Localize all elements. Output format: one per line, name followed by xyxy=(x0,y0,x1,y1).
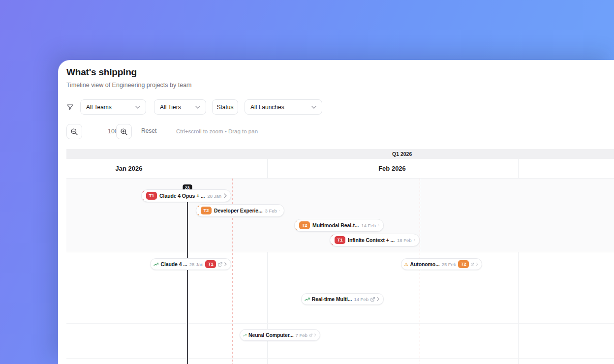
chevron-right-icon xyxy=(279,208,280,213)
launches-filter-dropdown[interactable]: All Launches xyxy=(245,99,322,115)
launch-title: Claude 4 ... xyxy=(160,261,187,267)
tier-badge: T1 xyxy=(205,260,216,268)
chevron-right-icon xyxy=(224,262,227,267)
timeline-view[interactable]: Q1 2026 Jan 2026 Feb 2026 23 T1 Claude 4… xyxy=(66,149,614,364)
project-title: Claude 4 Opus + ... xyxy=(159,193,205,199)
teams-filter-dropdown[interactable]: All Teams xyxy=(80,99,146,115)
funnel-icon xyxy=(66,103,74,113)
launch-item-autonomous[interactable]: Autonomo... 25 Feb T2 xyxy=(401,258,482,270)
zoom-level: 100% xyxy=(92,128,140,135)
launch-title: Real-time Multi... xyxy=(312,296,352,302)
zoom-out-button[interactable] xyxy=(66,124,82,139)
month-label-feb: Feb 2026 xyxy=(378,165,406,172)
trend-up-icon xyxy=(305,296,310,303)
chevron-down-icon xyxy=(135,106,140,109)
warning-icon xyxy=(404,261,408,268)
quarter-header-band: Q1 2026 xyxy=(66,149,614,159)
teams-filter-label: All Teams xyxy=(86,104,112,111)
lane-separator xyxy=(66,323,614,324)
chevron-down-icon xyxy=(195,106,200,109)
project-date: 14 Feb xyxy=(361,223,376,228)
project-bar-developer-experience[interactable]: T2 Developer Experie... 3 Feb xyxy=(196,204,284,217)
external-link-icon[interactable] xyxy=(370,297,375,302)
trend-up-icon xyxy=(154,261,158,268)
page-title: What's shipping xyxy=(66,67,137,78)
tier-badge: T2 xyxy=(458,260,469,268)
launch-item-realtime-multi[interactable]: Real-time Multi... 14 Feb xyxy=(301,293,384,305)
zoom-in-button[interactable] xyxy=(116,124,132,139)
external-link-icon[interactable] xyxy=(309,333,312,338)
tier-badge: T2 xyxy=(201,207,212,214)
tier-badge: T2 xyxy=(299,221,310,229)
tiers-filter-dropdown[interactable]: All Tiers xyxy=(154,99,206,115)
today-marker-line xyxy=(187,186,188,364)
zoom-toolbar: 100% Reset Ctrl+scroll to zoom • Drag to… xyxy=(66,124,362,139)
launch-date: 28 Jan xyxy=(189,262,204,267)
milestone-dashed-line xyxy=(420,179,420,364)
reset-zoom-button[interactable]: Reset xyxy=(141,127,156,134)
tier-badge: T1 xyxy=(146,192,157,199)
whats-shipping-panel: What's shipping Timeline view of Enginee… xyxy=(58,60,614,364)
month-header-row: Jan 2026 Feb 2026 xyxy=(66,159,614,179)
launch-date: 25 Feb xyxy=(442,262,457,267)
chevron-right-icon xyxy=(314,333,316,337)
chevron-down-icon xyxy=(311,106,316,109)
page-subtitle: Timeline view of Engineering projects by… xyxy=(66,82,192,89)
project-title: Developer Experie... xyxy=(214,208,262,213)
lane-separator xyxy=(66,358,614,359)
tier-badge: T1 xyxy=(335,236,345,243)
chevron-right-icon xyxy=(476,262,478,267)
zoom-in-icon xyxy=(120,128,128,136)
external-link-icon[interactable] xyxy=(218,262,222,267)
launch-title: Autonomo... xyxy=(410,261,439,267)
chevron-right-icon xyxy=(224,193,227,198)
launch-item-claude-4[interactable]: Claude 4 ... 28 Jan T1 xyxy=(150,258,231,270)
launch-item-neural-computer[interactable]: Neural Computer... 7 Feb xyxy=(240,329,320,341)
project-date: 18 Feb xyxy=(397,238,412,243)
trend-up-icon xyxy=(243,332,246,338)
project-bar-infinite-context[interactable]: T1 Infinite Context + ... 18 Feb xyxy=(330,234,420,246)
external-link-icon[interactable] xyxy=(471,262,474,267)
project-bar-multimodal-realtime[interactable]: T2 Multimodal Real-t... 14 Feb xyxy=(294,219,384,232)
project-bar-claude-4-opus[interactable]: T1 Claude 4 Opus + ... 28 Jan xyxy=(141,189,231,202)
project-date: 28 Jan xyxy=(207,193,221,199)
lane-separator xyxy=(66,252,614,252)
zoom-pan-hint: Ctrl+scroll to zoom • Drag to pan xyxy=(176,128,258,134)
month-label-jan: Jan 2026 xyxy=(116,165,143,172)
launches-filter-label: All Launches xyxy=(250,104,284,111)
tiers-filter-label: All Tiers xyxy=(160,104,181,111)
project-date: 3 Feb xyxy=(265,208,276,213)
chevron-right-icon xyxy=(377,297,379,302)
status-filter-label: Status xyxy=(216,104,233,111)
quarter-label: Q1 2026 xyxy=(392,151,412,157)
project-title: Infinite Context + ... xyxy=(348,237,395,243)
timeline-grid: 23 T1 Claude 4 Opus + ... 28 Jan T2 Deve… xyxy=(66,179,614,364)
zoom-out-icon xyxy=(70,128,78,136)
launch-date: 7 Feb xyxy=(296,333,307,338)
launch-date: 14 Feb xyxy=(354,297,368,302)
status-filter-button[interactable]: Status xyxy=(212,99,238,115)
chevron-right-icon xyxy=(414,238,415,243)
lane-separator xyxy=(66,288,614,288)
project-title: Multimodal Real-t... xyxy=(312,222,359,228)
chevron-right-icon xyxy=(378,223,379,228)
launch-title: Neural Computer... xyxy=(248,332,294,338)
